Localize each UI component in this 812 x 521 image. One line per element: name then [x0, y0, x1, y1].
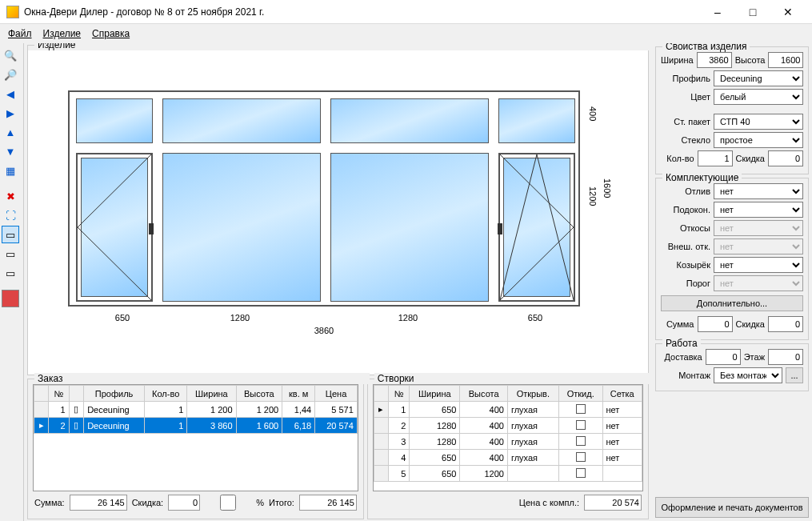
install-select[interactable]: Без монтажа — [714, 367, 782, 383]
profile-label: Профиль — [661, 74, 710, 83]
order-discount[interactable] — [168, 495, 200, 511]
table-row[interactable]: ▸2▯Deceuning13 8601 6006,1820 574 — [34, 418, 358, 434]
product-group-label: Изделие — [34, 43, 652, 50]
arrow-down-icon[interactable]: ▼ — [2, 142, 19, 160]
sill-select[interactable]: нет — [714, 202, 803, 218]
dim-top-h: 400 — [588, 106, 598, 121]
menu-product[interactable]: Изделие — [43, 28, 82, 39]
dim-col3: 1280 — [329, 313, 487, 323]
ext-slopes-select: нет — [714, 238, 803, 254]
install-label: Монтаж — [661, 371, 710, 380]
arrow-up-icon[interactable]: ▲ — [2, 123, 19, 141]
sash-table[interactable]: №ШиринаВысотаОткрыв.Откид.Сетка ▸1650400… — [374, 385, 642, 482]
title-bar: Окна-Двери Дилер - договор № 8 от 25 ноя… — [0, 0, 812, 24]
close-button[interactable]: ✕ — [770, 1, 806, 23]
otliv-label: Отлив — [661, 186, 710, 196]
props-title: Свойства изделия — [662, 43, 750, 52]
sashes-group-label: Створки — [374, 373, 652, 384]
table-row[interactable]: 31280400глухаянет — [374, 434, 642, 450]
color-icon[interactable] — [2, 290, 19, 307]
qty-input[interactable] — [698, 150, 733, 166]
comp-sum — [698, 316, 733, 332]
minimize-button[interactable]: – — [700, 1, 735, 23]
components-title: Комплектующие — [662, 172, 742, 183]
zoom-out-icon[interactable]: 🔎 — [2, 66, 19, 83]
delivery-input[interactable] — [706, 349, 741, 365]
arrow-right-icon[interactable]: ▶ — [2, 104, 19, 122]
discount-label: Скидка — [736, 154, 766, 163]
menu-bar: Файл Изделие Справка — [0, 24, 812, 43]
grid-icon[interactable]: ▦ — [2, 162, 19, 179]
arrow-left-icon[interactable]: ◀ — [2, 85, 19, 102]
order-discount-label: Скидка: — [132, 498, 164, 507]
zoom-in-icon[interactable]: 🔍 — [2, 46, 19, 64]
width-label: Ширина — [661, 55, 694, 65]
order-sum — [70, 495, 127, 511]
slopes-label: Откосы — [661, 223, 710, 233]
color-label: Цвет — [661, 92, 710, 102]
maximize-button[interactable]: □ — [735, 1, 770, 23]
delivery-label: Доставка — [661, 352, 702, 362]
dim-col1: 650 — [84, 313, 161, 323]
work-title: Работа — [662, 338, 701, 349]
sash-price-label: Цена с компл.: — [519, 498, 579, 507]
order-total-label: Итого: — [269, 498, 294, 507]
comp-discount-label: Скидка — [736, 319, 766, 329]
comp-sum-label: Сумма — [661, 319, 694, 329]
glazing-select[interactable]: СТП 40 — [714, 114, 803, 130]
floor-label: Этаж — [744, 352, 765, 362]
sill-label: Подокон. — [661, 205, 710, 214]
window-type-1-icon[interactable]: ▭ — [2, 226, 19, 243]
floor-input[interactable] — [768, 349, 803, 365]
table-row[interactable]: 4650400глухаянет — [374, 450, 642, 466]
threshold-select: нет — [714, 275, 803, 291]
order-sum-label: Сумма: — [34, 498, 65, 507]
color-select[interactable]: белый — [714, 89, 803, 105]
window-type-3-icon[interactable]: ▭ — [2, 264, 19, 282]
dim-col4: 650 — [497, 313, 574, 323]
order-group-label: Заказ — [34, 373, 370, 384]
slopes-select: нет — [714, 220, 803, 236]
separator — [2, 181, 19, 186]
dim-col2: 1280 — [161, 313, 319, 323]
table-row[interactable]: ▸1650400глухаянет — [374, 402, 642, 418]
comp-discount[interactable] — [768, 316, 803, 332]
qty-label: Кол-во — [661, 154, 694, 163]
extra-button[interactable]: Дополнительно... — [661, 295, 803, 311]
height-input[interactable] — [768, 52, 803, 68]
dim-bot-h: 1200 — [588, 186, 598, 206]
ext-slopes-label: Внеш. отк. — [661, 242, 710, 251]
threshold-label: Порог — [661, 279, 710, 288]
install-more-button[interactable]: ... — [786, 367, 803, 383]
dim-total-w: 3860 — [68, 326, 580, 335]
pct-label: % — [256, 498, 264, 507]
app-icon — [6, 6, 19, 18]
menu-help[interactable]: Справка — [92, 28, 130, 39]
separator — [2, 283, 19, 288]
left-toolbar: 🔍 🔎 ◀ ▶ ▲ ▼ ▦ ✖ ⛶ ▭ ▭ ▭ — [0, 43, 24, 521]
order-table[interactable]: №ПрофильКол-воШиринаВысотакв. мЦена 1▯De… — [34, 385, 358, 434]
print-button[interactable]: Оформление и печать документов — [655, 497, 809, 518]
glass-label: Стекло — [661, 135, 710, 145]
expand-icon[interactable]: ⛶ — [2, 206, 19, 224]
drawing-canvas[interactable]: 650 1280 1280 650 3860 400 1200 1600 — [28, 50, 648, 375]
dim-total-h: 1600 — [602, 178, 612, 198]
table-row[interactable]: 21280400глухаянет — [374, 418, 642, 434]
delete-icon[interactable]: ✖ — [2, 187, 19, 205]
sash-price — [584, 495, 642, 511]
pct-checkbox[interactable] — [205, 495, 251, 511]
table-row[interactable]: 56501200 — [374, 466, 642, 482]
height-label: Высота — [735, 55, 766, 65]
otliv-select[interactable]: нет — [714, 183, 803, 199]
menu-file[interactable]: Файл — [8, 28, 32, 39]
glass-select[interactable]: простое — [714, 132, 803, 148]
discount-input[interactable] — [768, 150, 803, 166]
window-type-2-icon[interactable]: ▭ — [2, 245, 19, 263]
order-total — [299, 495, 357, 511]
width-input[interactable] — [697, 52, 732, 68]
visor-select[interactable]: нет — [714, 257, 803, 273]
glazing-label: Ст. пакет — [661, 117, 710, 126]
visor-label: Козырёк — [661, 260, 710, 270]
profile-select[interactable]: Deceuning — [714, 70, 803, 86]
table-row[interactable]: 1▯Deceuning11 2001 2001,445 571 — [34, 402, 358, 418]
